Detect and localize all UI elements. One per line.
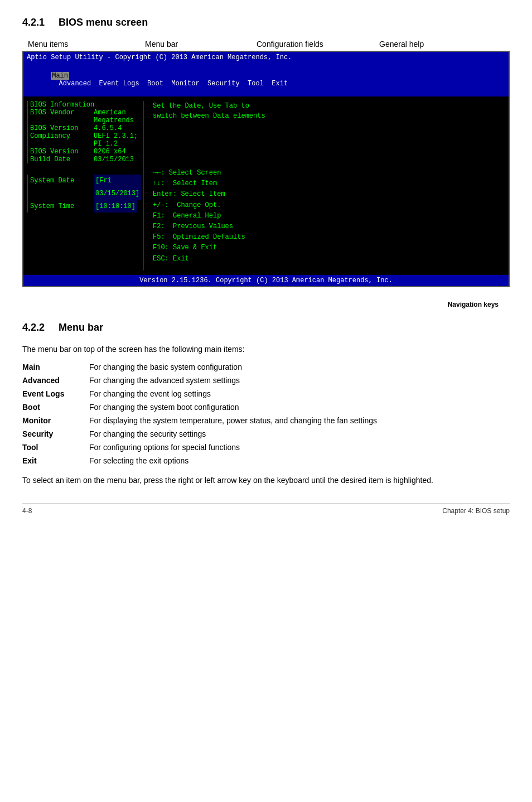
section-422-title: 4.2.2 Menu bar [22, 322, 510, 336]
nav-f10: F10: Save & Exit [153, 243, 505, 253]
bios-nav-help: →←: Select Screen ↑↓: Select Item Enter:… [153, 168, 505, 264]
label-menu-bar: Menu bar [145, 40, 178, 49]
table-row: Security For changing the security setti… [22, 427, 510, 441]
section-422: 4.2.2 Menu bar The menu bar on top of th… [22, 322, 510, 486]
bottom-note: To select an item on the menu bar, press… [22, 474, 510, 486]
bios-version-row: BIOS Version 4.6.5.4 [30, 124, 140, 132]
bios-menubar: Main Advanced Event Logs Boot Monitor Se… [23, 63, 509, 96]
system-date-row: System Date [Fri 03/15/2013] [30, 175, 140, 200]
section-421-title: 4.2.1 BIOS menu screen [22, 17, 510, 31]
bios-help-text: Set the Date, Use Tab toswitch between D… [153, 101, 505, 134]
nav-select-item: ↑↓: Select Item [153, 178, 505, 189]
bios-menu-main[interactable]: Main [51, 72, 69, 80]
compliancy-row: Compliancy UEFI 2.3.1; PI 1.2 [30, 132, 140, 148]
label-menu-items: Menu items [28, 40, 68, 49]
menu-desc-advanced: For changing the advanced system setting… [89, 374, 510, 387]
nav-f1: F1: General Help [153, 211, 505, 221]
bios-topbar: Aptio Setup Utility - Copyright (C) 2013… [23, 52, 509, 63]
menu-name-boot: Boot [22, 400, 89, 414]
page-footer: 4-8 Chapter 4: BIOS setup [22, 503, 510, 515]
bios-info-label: BIOS Information [30, 101, 140, 109]
menu-desc-tool: For configuring options for special func… [89, 441, 510, 454]
menu-name-exit: Exit [22, 454, 89, 467]
table-row: Event Logs For changing the event log se… [22, 387, 510, 400]
nav-f2: F2: Previous Values [153, 221, 505, 232]
table-row: Boot For changing the system boot config… [22, 400, 510, 414]
footer-chapter: Chapter 4: BIOS setup [442, 507, 510, 515]
menu-desc-monitor: For displaying the system temperature, p… [89, 414, 510, 427]
menu-name-advanced: Advanced [22, 374, 89, 387]
diagram-labels: Menu items Menu bar Configuration fields… [22, 40, 510, 50]
bios-screen: Aptio Setup Utility - Copyright (C) 2013… [22, 51, 510, 287]
bios-info-section: BIOS Information BIOS Vendor American Me… [27, 101, 140, 163]
nav-esc: ESC: Exit [153, 254, 505, 264]
label-general-help: General help [379, 40, 424, 49]
bios-right-panel: Set the Date, Use Tab toswitch between D… [147, 101, 505, 270]
section-421: 4.2.1 BIOS menu screen Menu items Menu b… [22, 17, 510, 308]
system-time-value[interactable]: [10:10:10] [94, 200, 137, 213]
bios-vendor-row: BIOS Vendor American Megatrends [30, 109, 140, 124]
menu-desc-main: For changing the basic system configurat… [89, 360, 510, 374]
system-date-value[interactable]: [Fri 03/15/2013] [94, 175, 141, 200]
footer-page: 4-8 [22, 507, 32, 515]
section-422-desc: The menu bar on top of the screen has th… [22, 345, 510, 354]
menu-desc-boot: For changing the system boot configurati… [89, 400, 510, 414]
menu-name-tool: Tool [22, 441, 89, 454]
nav-enter: Enter: Select Item [153, 189, 505, 200]
menu-name-main: Main [22, 360, 89, 374]
nav-f5: F5: Optimized Defaults [153, 232, 505, 243]
menu-items-table: Main For changing the basic system confi… [22, 360, 510, 467]
menu-desc-eventlogs: For changing the event log settings [89, 387, 510, 400]
table-row: Main For changing the basic system confi… [22, 360, 510, 374]
label-config-fields: Configuration fields [257, 40, 323, 49]
nav-change-opt: +/-: Change Opt. [153, 200, 505, 211]
menu-name-eventlogs: Event Logs [22, 387, 89, 400]
bios-left-panel: BIOS Information BIOS Vendor American Me… [27, 101, 144, 270]
bios-bottombar: Version 2.15.1236. Copyright (C) 2013 Am… [23, 275, 509, 286]
bios-version2-row: BIOS Version 0206 x64 [30, 148, 140, 156]
build-date-row: Build Date 03/15/2013 [30, 156, 140, 163]
table-row: Advanced For changing the advanced syste… [22, 374, 510, 387]
table-row: Monitor For displaying the system temper… [22, 414, 510, 427]
bios-content: BIOS Information BIOS Vendor American Me… [23, 96, 509, 275]
bios-system-section: System Date [Fri 03/15/2013] System Time… [27, 175, 140, 212]
menu-name-monitor: Monitor [22, 414, 89, 427]
menu-desc-exit: For selecting the exit options [89, 454, 510, 467]
table-row: Exit For selecting the exit options [22, 454, 510, 467]
system-time-row: System Time [10:10:10] [30, 200, 140, 213]
table-row: Tool For configuring options for special… [22, 441, 510, 454]
nav-keys-annotation: Navigation keys [22, 301, 510, 308]
menu-desc-security: For changing the security settings [89, 427, 510, 441]
nav-select-screen: →←: Select Screen [153, 168, 505, 178]
menu-name-security: Security [22, 427, 89, 441]
